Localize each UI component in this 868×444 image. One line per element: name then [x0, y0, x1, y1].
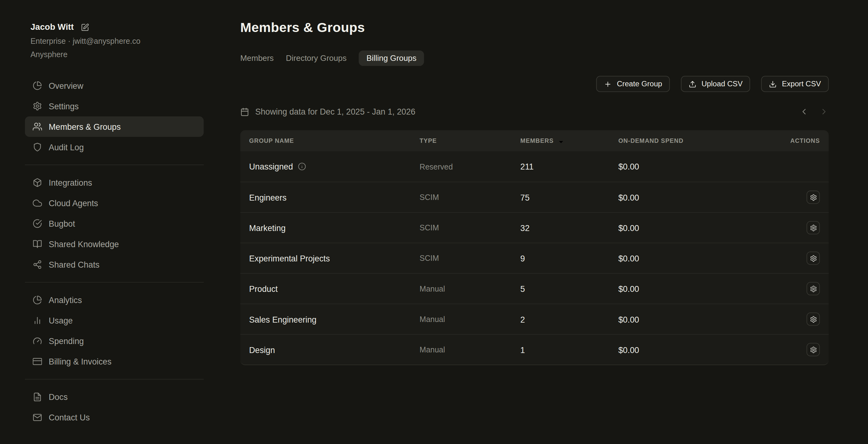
table-row-design: DesignManual1$0.00: [240, 334, 829, 364]
column-header-members[interactable]: MEMBERS: [520, 137, 618, 144]
group-name-cell: Marketing: [249, 223, 420, 232]
sidebar-item-label: Members & Groups: [49, 122, 121, 131]
export-csv-button[interactable]: Export CSV: [761, 76, 829, 92]
cloud-icon: [33, 199, 42, 208]
sidebar-item-label: Integrations: [49, 178, 92, 187]
mail-icon: [33, 413, 42, 422]
sidebar-item-spending[interactable]: Spending: [25, 331, 204, 351]
group-type-cell: Reserved: [420, 162, 521, 171]
column-header-spend[interactable]: ON-DEMAND SPEND: [618, 138, 776, 144]
group-settings-button[interactable]: [807, 221, 820, 234]
group-spend-cell: $0.00: [618, 162, 776, 171]
group-members-cell: 2: [520, 315, 618, 324]
sidebar-item-label: Billing & Invoices: [49, 357, 112, 366]
group-members-cell: 32: [520, 223, 618, 232]
group-name: Sales Engineering: [249, 315, 316, 324]
user-name: Jacob Witt: [30, 22, 74, 32]
group-members-cell: 75: [520, 193, 618, 202]
page-title: Members & Groups: [240, 20, 829, 35]
sidebar-item-usage[interactable]: Usage: [25, 310, 204, 331]
column-header-group-name[interactable]: GROUP NAME: [249, 138, 420, 144]
gear-icon: [810, 285, 817, 292]
user-org: Anysphere: [30, 50, 240, 59]
sidebar-item-shared-chats[interactable]: Shared Chats: [25, 254, 204, 275]
sidebar-item-label: Settings: [49, 101, 79, 111]
date-range-text: Showing data for Dec 1, 2025 - Jan 1, 20…: [255, 107, 415, 116]
sidebar-item-label: Overview: [49, 81, 84, 90]
sidebar-divider: [25, 165, 204, 165]
group-settings-button[interactable]: [807, 282, 820, 295]
group-spend-cell: $0.00: [618, 345, 776, 354]
group-spend-cell: $0.00: [618, 315, 776, 324]
user-plan-email: Enterprise · jwitt@anysphere.co: [30, 37, 240, 46]
gear-icon: [33, 101, 42, 111]
sidebar-item-label: Bugbot: [49, 219, 75, 228]
upload-csv-label: Upload CSV: [702, 80, 743, 88]
group-members-cell: 1: [520, 345, 618, 354]
column-header-type[interactable]: TYPE: [420, 138, 521, 144]
sidebar-item-members-groups[interactable]: Members & Groups: [25, 116, 204, 137]
edit-icon: [81, 23, 89, 31]
table-row-sales-engineering: Sales EngineeringManual2$0.00: [240, 304, 829, 334]
group-actions-cell: [776, 343, 820, 356]
plus-icon: [604, 80, 612, 88]
group-actions-cell: [776, 190, 820, 204]
bar-chart-icon: [33, 316, 42, 325]
sidebar-item-audit-log[interactable]: Audit Log: [25, 137, 204, 157]
tab-billing-groups[interactable]: Billing Groups: [359, 50, 424, 66]
group-members-cell: 5: [520, 284, 618, 293]
sidebar-item-overview[interactable]: Overview: [25, 76, 204, 96]
upload-icon: [689, 80, 696, 88]
shield-icon: [33, 143, 42, 152]
sidebar-item-shared-knowledge[interactable]: Shared Knowledge: [25, 234, 204, 254]
group-settings-button[interactable]: [807, 190, 820, 204]
group-settings-button[interactable]: [807, 343, 820, 356]
sidebar-item-label: Shared Knowledge: [49, 239, 119, 249]
members-header-label: MEMBERS: [520, 138, 553, 144]
group-type-cell: Manual: [420, 315, 521, 324]
sidebar-item-contact-us[interactable]: Contact Us: [25, 407, 204, 428]
next-period-button[interactable]: [819, 107, 829, 116]
group-type-cell: SCIM: [420, 193, 521, 202]
group-spend-cell: $0.00: [618, 223, 776, 232]
create-group-button[interactable]: Create Group: [596, 76, 670, 92]
upload-csv-button[interactable]: Upload CSV: [681, 76, 750, 92]
group-settings-button[interactable]: [807, 313, 820, 326]
table-body: UnassignedReserved211$0.00EngineersSCIM7…: [240, 151, 829, 364]
sidebar-item-analytics[interactable]: Analytics: [25, 290, 204, 310]
gear-icon: [810, 194, 817, 201]
group-settings-button[interactable]: [807, 251, 820, 265]
group-type-cell: Manual: [420, 345, 521, 354]
edit-profile-button[interactable]: [81, 23, 89, 31]
date-range-bar: Showing data for Dec 1, 2025 - Jan 1, 20…: [240, 107, 829, 116]
sidebar-item-docs[interactable]: Docs: [25, 387, 204, 407]
chevron-right-icon: [819, 107, 829, 116]
table-row-product: ProductManual5$0.00: [240, 273, 829, 304]
sidebar-item-settings[interactable]: Settings: [25, 96, 204, 116]
tab-members[interactable]: Members: [240, 50, 274, 66]
chevron-left-icon: [800, 107, 809, 116]
sidebar-item-bugbot[interactable]: Bugbot: [25, 213, 204, 234]
tab-directory-groups[interactable]: Directory Groups: [286, 50, 347, 66]
gear-icon: [810, 224, 817, 231]
sidebar-divider: [25, 379, 204, 380]
group-name: Product: [249, 284, 278, 293]
group-members-cell: 9: [520, 254, 618, 263]
column-header-actions: ACTIONS: [776, 138, 820, 144]
info-icon: [298, 162, 306, 171]
sidebar-item-integrations[interactable]: Integrations: [25, 172, 204, 193]
group-name: Marketing: [249, 223, 286, 232]
sidebar-item-cloud-agents[interactable]: Cloud Agents: [25, 193, 204, 213]
group-type-cell: SCIM: [420, 254, 521, 263]
share-icon: [33, 260, 42, 269]
group-spend-cell: $0.00: [618, 193, 776, 202]
box-icon: [33, 178, 42, 187]
admin-dashboard: Jacob Witt Enterprise · jwitt@anysphere.…: [0, 0, 868, 444]
gear-icon: [810, 316, 817, 323]
billing-groups-table: GROUP NAME TYPE MEMBERS ON-DEMAND SPEND …: [240, 130, 829, 365]
sidebar-item-billing-invoices[interactable]: Billing & Invoices: [25, 351, 204, 372]
prev-period-button[interactable]: [800, 107, 809, 116]
group-name: Engineers: [249, 193, 287, 202]
toolbar: Create Group Upload CSV Export CSV: [240, 76, 829, 92]
group-name-cell: Sales Engineering: [249, 315, 420, 324]
